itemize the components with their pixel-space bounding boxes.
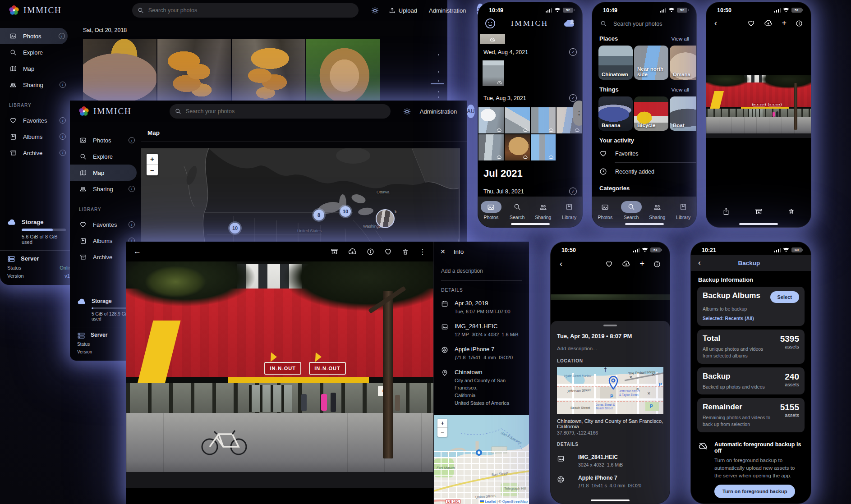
add-plus-icon[interactable]: +	[782, 18, 787, 28]
location-map[interactable]: ✕✕ ✕✕ † Hyde Street Harbor The Embarcade…	[557, 367, 663, 414]
avatar[interactable]: AU	[467, 105, 474, 118]
places-view-all-link[interactable]: View all	[672, 36, 689, 41]
osm-link[interactable]: OpenStreetMap	[502, 499, 528, 504]
favorite-heart-icon[interactable]	[384, 248, 392, 256]
immich-logo[interactable]: IMMICH	[78, 105, 132, 117]
map-cluster-marker[interactable]: 10	[228, 221, 242, 235]
nav-item-photos[interactable]: Photos	[592, 201, 618, 220]
favorite-heart-icon[interactable]	[605, 260, 613, 268]
photo-thumbnail-mushroom-3[interactable]	[232, 39, 305, 105]
activity-item-recently-added[interactable]: Recently added	[592, 163, 696, 180]
sidebar-item-sharing[interactable]: Sharing i	[0, 77, 72, 93]
photo-thumbnail[interactable]	[531, 134, 556, 160]
trash-icon[interactable]	[788, 208, 795, 215]
activity-item-favorites[interactable]: Favorites	[592, 145, 696, 162]
profile-face-icon[interactable]	[484, 18, 496, 29]
trash-icon[interactable]	[402, 248, 409, 256]
theme-toggle-sun-icon[interactable]	[403, 108, 411, 115]
nav-item-sharing[interactable]: Sharing	[530, 201, 557, 220]
select-check-icon[interactable]: ✓	[569, 48, 577, 56]
info-circle-icon[interactable]	[367, 248, 374, 256]
nav-item-search[interactable]: Search	[618, 201, 644, 220]
select-albums-button[interactable]: Select	[770, 291, 799, 303]
zoom-in-button[interactable]: +	[147, 154, 158, 165]
zoom-out-button[interactable]: −	[147, 165, 158, 175]
back-chevron-icon[interactable]: ‹	[714, 18, 717, 28]
location-minimap[interactable]: + − Fort Mason Bay Street Union Street U…	[434, 415, 529, 504]
sidebar-item-sharing[interactable]: Sharing i	[70, 181, 141, 197]
photo-thumbnail[interactable]	[483, 60, 504, 86]
search-bar[interactable]: Search your photos	[592, 15, 696, 29]
sidebar-item-archive[interactable]: Archive i	[0, 145, 72, 161]
administration-link[interactable]: Administration	[420, 108, 457, 115]
sidebar-item-albums[interactable]: Albums i	[0, 128, 72, 145]
place-card-chinatown[interactable]: Chinatown	[598, 46, 633, 80]
info-circle-icon[interactable]	[796, 20, 803, 27]
select-check-icon[interactable]: ✓	[569, 188, 577, 195]
share-icon[interactable]	[722, 207, 730, 215]
description-placeholder[interactable]: Add a description	[441, 264, 522, 281]
photo-thumbnail[interactable]	[478, 107, 504, 133]
info-badge-icon[interactable]: i	[129, 186, 135, 192]
photo-thumbnail-partial[interactable]	[480, 34, 505, 44]
info-badge-icon[interactable]: i	[60, 117, 66, 124]
photo-thumbnail[interactable]	[478, 134, 504, 160]
sidebar-item-favorites[interactable]: Favorites i	[0, 112, 72, 128]
sidebar-item-photos[interactable]: Photos i	[0, 28, 68, 44]
description-placeholder[interactable]: Add description...	[556, 341, 664, 357]
favorite-heart-icon[interactable]	[747, 19, 755, 27]
sidebar-item-map[interactable]: Map	[70, 165, 137, 181]
search-input[interactable]	[132, 3, 359, 18]
thing-card-bicycle[interactable]: Bicycle	[634, 96, 668, 131]
photo-thumbnail-mushroom-basket[interactable]	[306, 39, 380, 105]
photo-thumbnail-mushroom-2[interactable]	[157, 39, 231, 105]
sidebar-item-explore[interactable]: Explore	[70, 148, 141, 165]
close-icon[interactable]: ✕	[440, 248, 446, 255]
things-view-all-link[interactable]: View all	[672, 87, 689, 92]
turn-on-foreground-backup-button[interactable]: Turn on foreground backup	[714, 485, 795, 498]
back-arrow-icon[interactable]: ←	[133, 247, 141, 256]
sidebar-item-explore[interactable]: Explore	[0, 44, 72, 60]
photo-innout-restaurant[interactable]: IN-N-OUT IN-N-OUT $18	[126, 261, 433, 488]
info-badge-icon[interactable]: i	[129, 221, 135, 228]
kebab-menu-icon[interactable]: ⋮	[419, 247, 426, 256]
nav-item-search[interactable]: Search	[504, 201, 530, 220]
back-chevron-icon[interactable]: ‹	[560, 259, 562, 269]
select-check-icon[interactable]: ✓	[569, 94, 577, 102]
info-badge-icon[interactable]: i	[59, 33, 65, 39]
map-cluster-marker[interactable]: 8	[312, 208, 326, 222]
leaflet-link[interactable]: Leaflet	[485, 499, 496, 504]
photo-thumbnail-mushroom-1[interactable]	[83, 39, 156, 105]
map-cluster-marker[interactable]: 10	[339, 205, 352, 218]
cloud-account-icon[interactable]	[563, 19, 575, 28]
immich-logo[interactable]: IMMICH	[8, 5, 62, 16]
sidebar-item-favorites[interactable]: Favorites i	[70, 216, 141, 233]
upload-button[interactable]: Upload	[389, 7, 417, 14]
archive-icon[interactable]	[755, 208, 763, 215]
upload-cloud-icon[interactable]	[622, 261, 630, 267]
photo-thumbnail[interactable]	[531, 107, 556, 133]
place-card-omaha[interactable]: Omaha	[670, 46, 696, 80]
place-card-near-north-side[interactable]: Near north side	[634, 46, 668, 80]
sheet-drag-handle[interactable]	[603, 325, 617, 326]
administration-link[interactable]: Administration	[429, 7, 466, 14]
archive-icon[interactable]	[331, 248, 338, 256]
home-indicator[interactable]	[739, 223, 778, 225]
add-plus-icon[interactable]: +	[639, 259, 644, 269]
nav-item-library[interactable]: Library	[670, 201, 696, 220]
nav-item-sharing[interactable]: Sharing	[644, 201, 671, 220]
map-photo-marker[interactable]	[376, 209, 395, 228]
info-badge-icon[interactable]: i	[60, 82, 66, 88]
timeline-scroll-handle[interactable]: ▲ ▼	[573, 101, 582, 126]
theme-toggle-sun-icon[interactable]	[371, 7, 379, 14]
thing-card-banana[interactable]: Banana	[598, 96, 633, 131]
info-badge-icon[interactable]: i	[60, 150, 66, 156]
sidebar-item-map[interactable]: Map	[0, 60, 72, 77]
home-indicator[interactable]	[625, 223, 664, 225]
explore-scroll-area[interactable]: Places View all Chinatown Near north sid…	[592, 29, 696, 197]
photo-innout-restaurant[interactable]: IN-N-OUT IN-N-OUT	[706, 75, 811, 138]
download-cloud-icon[interactable]	[348, 248, 357, 256]
nav-item-photos[interactable]: Photos	[478, 201, 504, 220]
zoom-in-button[interactable]: +	[437, 419, 447, 428]
nav-item-library[interactable]: Library	[556, 201, 582, 220]
